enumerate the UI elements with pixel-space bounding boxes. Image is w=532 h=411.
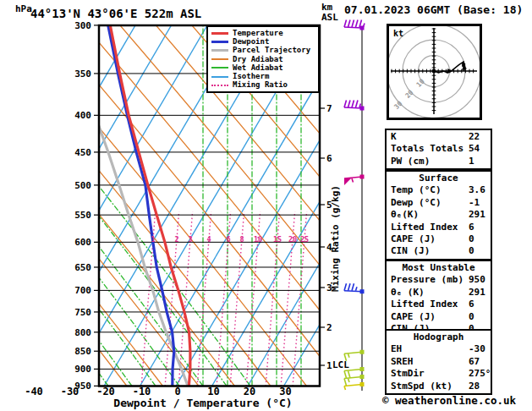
indices-table: K22Totals Totals54PW (cm)1 (385, 129, 492, 170)
hodograph-stats-label: EH (391, 343, 402, 355)
hodograph-stats-label: SREH (391, 356, 414, 368)
wind-barb (344, 283, 365, 293)
hodograph-stats-label: StmSpd (kt) (391, 381, 452, 392)
pressure-tick-label: 400 (74, 110, 91, 121)
most-unstable-table: Most UnstablePressure (mb)950θₑ (K)291Li… (385, 260, 492, 337)
pressure-tick-label: 650 (74, 262, 91, 273)
legend-label: Isotherm (233, 73, 269, 80)
most-unstable-value: 0 (469, 311, 474, 323)
wind-barb-column (344, 20, 365, 392)
most-unstable-label: Pressure (mb) (391, 274, 463, 286)
legend-label: Mixing Ratio (233, 81, 288, 89)
indices-value: 1 (469, 156, 474, 167)
hodograph-stats-header: Hodograph (387, 332, 491, 343)
wind-barb (344, 382, 365, 390)
surface-value: -1 (469, 197, 480, 209)
most-unstable-value: 291 (469, 287, 485, 299)
pressure-tick-label: 700 (74, 285, 91, 296)
most-unstable-row: θₑ (K)291 (387, 287, 491, 299)
legend-item: Dewpoint (211, 37, 318, 46)
indices-label: K (391, 131, 397, 143)
surface-value: 0 (469, 245, 474, 257)
most-unstable-label: θₑ (K) (391, 287, 425, 299)
mixing-ratio-label: 6 (226, 235, 230, 244)
indices-row: Totals Totals54 (387, 143, 491, 155)
indices-row: PW (cm)1 (387, 156, 491, 167)
legend-item: Isotherm (211, 72, 318, 80)
mixing-ratio-axis-label: Mixing Ratio (g/kg) (330, 185, 341, 292)
surface-table: SurfaceTemp (°C)3.6Dewp (°C)-1θₑ(K)291Li… (385, 170, 492, 260)
indices-row: K22 (387, 131, 491, 143)
surface-row: Temp (°C)3.6 (387, 184, 491, 196)
temperature-tick-label: -10 (133, 386, 151, 397)
temperature-tick-label: -40 (25, 386, 43, 397)
legend-label: Dry Adiabat (233, 56, 283, 63)
mixing-ratio-label: 8 (239, 235, 244, 244)
hodograph-ring-label: 20 (403, 89, 414, 100)
most-unstable-header: Most Unstable (387, 262, 491, 274)
surface-label: θₑ(K) (391, 209, 419, 221)
surface-row: CIN (J)0 (387, 245, 491, 257)
km-tick-label: 6 (326, 153, 332, 164)
indices-label: Totals Totals (391, 143, 463, 155)
wind-barb (344, 175, 365, 186)
surface-value: 291 (469, 209, 485, 221)
temperature-tick-label: 0 (174, 386, 180, 397)
legend-label: Wet Adiabat (233, 64, 283, 72)
pressure-tick-label: 350 (74, 68, 91, 79)
surface-value: 3.6 (469, 184, 485, 196)
pressure-tick-label: 750 (74, 307, 91, 318)
most-unstable-label: Lifted Index (391, 299, 458, 310)
mixing-ratio-label: 2 (174, 235, 178, 244)
legend-swatch-temperature (211, 32, 228, 35)
chart-legend: TemperatureDewpointParcel TrajectoryDry … (206, 25, 320, 93)
surface-value: 0 (469, 233, 474, 245)
temperature-tick-label: 30 (279, 386, 291, 397)
legend-item: Dry Adiabat (211, 55, 318, 63)
indices-value: 54 (469, 143, 480, 155)
hodograph-stats-row: SREH67 (387, 356, 491, 368)
temperature-tick-label: 10 (207, 386, 219, 397)
skewt-screenshot: hPa 44°13'N 43°06'E 522m ASL km ASL 07.0… (0, 0, 532, 411)
wind-barb (344, 101, 365, 111)
legend-swatch-parcel-trajectory (211, 49, 228, 52)
mixing-ratio-label: 3 (188, 235, 192, 244)
legend-item: Mixing Ratio (211, 81, 318, 90)
temperature-axis-label: Dewpoint / Temperature (°C) (93, 397, 313, 409)
legend-swatch-dewpoint (211, 41, 228, 43)
hodograph: 102030kt (387, 24, 482, 120)
temperature-tick-label: 20 (244, 386, 255, 397)
mixing-ratio-label: 10 (254, 235, 262, 244)
surface-header: Surface (387, 173, 491, 184)
temperature-tick-label: -30 (61, 386, 80, 397)
surface-label: CIN (J) (391, 245, 430, 257)
pressure-tick-label: 800 (74, 327, 91, 338)
legend-swatch-dry-adiabat (211, 58, 228, 60)
surface-label: Dewp (°C) (391, 197, 442, 209)
legend-item: Parcel Trajectory (211, 47, 318, 55)
surface-label: Temp (°C) (391, 184, 442, 196)
hodograph-ring-label: 10 (415, 78, 426, 89)
pressure-tick-label: 850 (74, 346, 91, 357)
lcl-marker: LCL (332, 359, 349, 370)
surface-row: Lifted Index6 (387, 222, 491, 233)
most-unstable-row: Pressure (mb)950 (387, 274, 491, 286)
legend-item: Wet Adiabat (211, 63, 318, 72)
hodograph-ring-label: 30 (392, 100, 403, 111)
hodograph-stats-label: StmDir (391, 368, 425, 380)
wind-barb (344, 20, 365, 30)
pressure-tick-label: 550 (74, 210, 91, 221)
mixing-ratio-label: 20 (288, 235, 297, 244)
pressure-tick-label: 300 (74, 20, 91, 31)
most-unstable-value: 950 (469, 274, 485, 286)
temperature-tick-label: -20 (96, 386, 115, 397)
pressure-tick-label: 900 (74, 364, 91, 375)
hodograph-stats-value: -30 (469, 343, 485, 355)
hodograph-stats-value: 28 (469, 381, 480, 392)
mixing-ratio-label: 25 (300, 235, 309, 244)
most-unstable-row: CAPE (J)0 (387, 311, 491, 323)
hodograph-unit-label: kt (393, 29, 403, 38)
most-unstable-value: 6 (469, 299, 474, 310)
hodograph-stats-value: 275° (469, 368, 491, 380)
surface-label: Lifted Index (391, 222, 458, 233)
